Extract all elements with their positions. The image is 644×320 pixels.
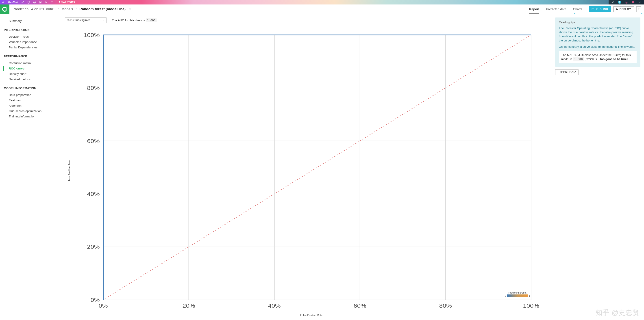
svg-text:60%: 60% (354, 303, 366, 309)
chevron-down-icon: ▼ (638, 8, 640, 10)
sidebar-item-density-chart[interactable]: Density chart (3, 71, 60, 77)
mauc-mid: , which is (585, 57, 598, 61)
sidebar-item-decision-trees[interactable]: Decision Trees (3, 34, 60, 39)
svg-text:40%: 40% (268, 303, 281, 309)
header-tabs: Report Predicted data Charts (529, 4, 582, 14)
help-icon[interactable]: ? (618, 1, 621, 4)
gear-icon[interactable] (611, 1, 614, 4)
sidebar-item-variables-importance[interactable]: Variables importance (3, 39, 60, 45)
svg-point-4 (34, 1, 36, 3)
sidebar-item-features[interactable]: Features (3, 98, 60, 103)
svg-text:20%: 20% (182, 303, 195, 309)
tab-charts[interactable]: Charts (573, 4, 582, 14)
mauc-end: . (629, 57, 630, 61)
mauc-value: 1.000 (573, 57, 584, 61)
play-icon[interactable] (44, 1, 48, 4)
reading-tips: Reading tips The Receiver Operating Char… (555, 17, 640, 67)
topbar-project[interactable]: OneTest (8, 1, 18, 3)
body: SummaryINTERPRETATIONDecision TreesVaria… (0, 14, 644, 320)
sidebar-item-summary[interactable]: Summary (3, 18, 60, 24)
class-dropdown[interactable]: Class: Iris-virginica ▾ (65, 17, 106, 23)
svg-point-2 (24, 3, 24, 3)
axes (103, 35, 531, 300)
topbar-left: OneTest ANALYSES (2, 0, 75, 4)
legend: Predicted proba. 0 1 (505, 291, 530, 298)
deploy-button[interactable]: ▶ DEPLOY (614, 6, 634, 12)
topbar-crumb[interactable]: ANALYSES (56, 1, 75, 3)
svg-point-7 (612, 2, 613, 3)
sidebar-heading: MODEL INFORMATION (3, 86, 60, 91)
breadcrumb-models[interactable]: Models (62, 7, 73, 11)
breadcrumb: Predict col_4 on Iris_data1 / Models / R… (12, 7, 131, 11)
sidebar-item-training-information[interactable]: Training information (3, 114, 60, 119)
sidebar-item-algorithm[interactable]: Algorithm (3, 103, 60, 108)
y-axis-label: True Positive Rate (68, 24, 71, 318)
svg-rect-6 (51, 1, 53, 3)
svg-text:80%: 80% (439, 303, 452, 309)
legend-max: 1 (529, 295, 530, 297)
tab-predicted-data[interactable]: Predicted data (546, 4, 566, 14)
dashboard-icon[interactable] (50, 1, 54, 4)
class-dd-label: Class: (67, 18, 75, 22)
class-dd-value: Iris-virginica (75, 18, 90, 22)
mauc-verdict: ...too good to be true? (598, 57, 628, 61)
datasets-icon[interactable] (27, 1, 30, 4)
publish-button[interactable]: PUBLISH (588, 6, 611, 12)
sidebar-item-confusion-matrix[interactable]: Confusion matrix (3, 60, 60, 66)
deploy-group: ▶ DEPLOY ▼ (611, 6, 641, 12)
svg-text:20%: 20% (87, 244, 100, 250)
x-ticks: 0% 20% 40% 60% 80% 100% (99, 303, 539, 309)
topbar-right: ? (608, 0, 644, 4)
chevron-down-icon[interactable]: ▼ (129, 8, 131, 10)
auc-value: 1.000 (146, 18, 157, 22)
auc-sentence: The AUC for this class is 1.000 . (112, 18, 158, 22)
gridlines (103, 35, 531, 300)
sidebar-item-partial-dependencies[interactable]: Partial Dependencies (3, 45, 60, 50)
sidebar-heading: INTERPRETATION (3, 27, 60, 33)
bell-icon[interactable] (632, 1, 634, 4)
svg-text:100%: 100% (84, 32, 100, 38)
chevron-down-icon: ▾ (103, 19, 104, 21)
search-icon[interactable] (638, 1, 641, 4)
sidebar-item-detailed-metrics[interactable]: Detailed metrics (3, 77, 60, 82)
y-ticks: 0% 20% 40% 60% 80% 100% (84, 32, 100, 303)
tips-p1: The Receiver Operating Characteristic (o… (559, 26, 637, 42)
deploy-caret[interactable]: ▼ (636, 6, 641, 12)
svg-text:0%: 0% (90, 297, 100, 303)
tips-column: Reading tips The Receiver Operating Char… (555, 14, 644, 320)
activity-icon[interactable] (625, 1, 628, 4)
deploy-label: DEPLOY (620, 7, 631, 11)
sidebar-item-data-preparation[interactable]: Data preparation (3, 92, 60, 98)
svg-text:80%: 80% (87, 85, 100, 91)
legend-gradient (507, 295, 528, 297)
tips-p2: On the contrary, a curve close to the di… (559, 45, 637, 49)
svg-point-3 (28, 1, 30, 2)
breadcrumb-model[interactable]: Random forest (modelOne) (80, 7, 126, 11)
tab-report[interactable]: Report (529, 4, 539, 14)
breadcrumb-sep: / (58, 7, 58, 11)
recipes-icon[interactable] (33, 1, 36, 4)
app-logo[interactable] (0, 4, 10, 14)
export-button[interactable]: EXPORT DATA (555, 69, 578, 75)
chart-header: Class: Iris-virginica ▾ The AUC for this… (65, 17, 551, 23)
svg-point-1 (24, 1, 24, 2)
sidebar: SummaryINTERPRETATIONDecision TreesVaria… (0, 14, 60, 320)
svg-text:100%: 100% (523, 303, 539, 309)
play-icon: ▶ (616, 8, 618, 10)
sidebar-item-grid-search-optimization[interactable]: Grid-search optimization (3, 108, 60, 114)
breadcrumb-task[interactable]: Predict col_4 on Iris_data1 (12, 7, 55, 11)
auc-prefix: The AUC for this class is (112, 18, 146, 22)
sidebar-item-roc-curve[interactable]: ROC curve (3, 66, 60, 71)
publish-label: PUBLISH (596, 7, 608, 11)
svg-text:40%: 40% (87, 191, 100, 197)
svg-rect-9 (592, 8, 594, 10)
chart-wrap: True Positive Rate (65, 24, 551, 318)
bird-icon[interactable] (2, 1, 5, 4)
plot-area: 0% 20% 40% 60% 80% 100% 0% 20% 40% 60% (80, 25, 543, 310)
flow-icon[interactable] (21, 1, 24, 4)
notebook-icon[interactable] (39, 1, 42, 4)
svg-point-8 (638, 1, 640, 3)
diagonal-line (103, 35, 531, 300)
topbar: OneTest ANALYSES ? (0, 0, 644, 4)
roc-plot: 0% 20% 40% 60% 80% 100% 0% 20% 40% 60% (80, 25, 543, 310)
